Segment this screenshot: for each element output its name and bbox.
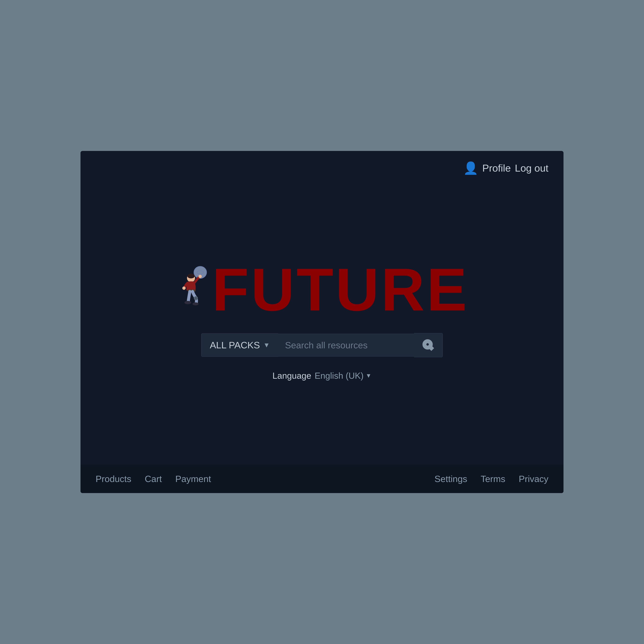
svg-point-9 (193, 302, 199, 305)
app-window: 👤 Profile Log out (81, 151, 564, 493)
language-label: Language (273, 371, 311, 381)
logo-area: FUTURE (175, 259, 469, 320)
footer-settings-link[interactable]: Settings (435, 474, 467, 484)
footer-left-links: Products Cart Payment (96, 474, 211, 484)
footer: Products Cart Payment Settings Terms Pri… (81, 465, 564, 493)
footer-right-links: Settings Terms Privacy (435, 474, 548, 484)
language-value-dropdown[interactable]: English (UK) ▼ (315, 371, 372, 381)
footer-privacy-link[interactable]: Privacy (519, 474, 548, 484)
search-input[interactable] (278, 334, 414, 357)
filter-arrow-icon: ▼ (263, 341, 270, 349)
search-icon (422, 339, 434, 351)
header: 👤 Profile Log out (81, 151, 564, 175)
logo-character (175, 266, 215, 313)
logout-link[interactable]: Log out (515, 162, 548, 174)
logo-text: FUTURE (212, 259, 469, 320)
language-selector: Language English (UK) ▼ (273, 371, 372, 381)
header-user-area: 👤 Profile Log out (463, 161, 548, 175)
footer-payment-link[interactable]: Payment (175, 474, 211, 484)
svg-point-12 (424, 341, 431, 347)
filter-label: ALL PACKS (210, 340, 260, 351)
svg-point-4 (187, 274, 195, 278)
language-arrow-icon: ▼ (366, 372, 372, 379)
footer-terms-link[interactable]: Terms (481, 474, 505, 484)
svg-point-11 (195, 297, 197, 300)
svg-point-8 (184, 301, 191, 304)
language-current: English (UK) (315, 371, 364, 381)
main-content: FUTURE ALL PACKS ▼ Language English (UK)… (81, 175, 564, 465)
svg-line-13 (430, 347, 433, 350)
footer-cart-link[interactable]: Cart (145, 474, 162, 484)
search-bar: ALL PACKS ▼ (201, 333, 443, 357)
footer-products-link[interactable]: Products (96, 474, 131, 484)
svg-point-6 (182, 286, 186, 290)
search-filter-dropdown[interactable]: ALL PACKS ▼ (201, 333, 278, 357)
search-button[interactable] (414, 333, 443, 357)
user-icon: 👤 (463, 161, 478, 175)
svg-point-5 (198, 275, 202, 278)
profile-link[interactable]: Profile (482, 162, 511, 174)
